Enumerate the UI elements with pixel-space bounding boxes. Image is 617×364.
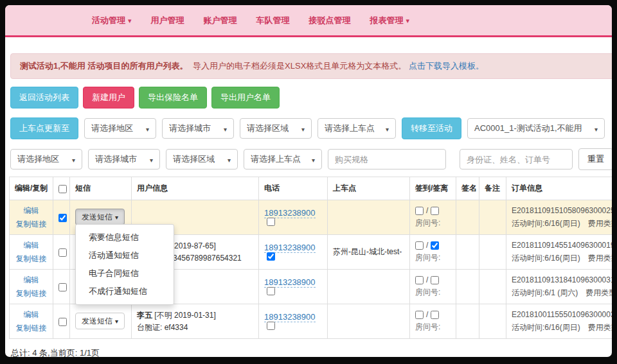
nav-fleet-management[interactable]: 车队管理 xyxy=(247,15,300,26)
menu-item-activity-notice-sms[interactable]: 活动通知短信 xyxy=(76,247,174,264)
send-sms-button[interactable]: 发送短信 xyxy=(75,313,125,329)
reset-button[interactable]: 重置 xyxy=(578,148,612,170)
sign-out-checkbox[interactable] xyxy=(431,207,439,215)
phone-checkbox[interactable] xyxy=(267,218,275,226)
purchase-spec-input[interactable] xyxy=(328,149,446,169)
select-all-checkbox[interactable] xyxy=(58,185,67,193)
chevron-down-icon xyxy=(72,155,75,164)
chevron-down-icon xyxy=(224,124,227,134)
sign-in-checkbox[interactable] xyxy=(415,207,424,215)
row-checkbox[interactable] xyxy=(58,248,67,257)
nav-user-management[interactable]: 用户管理 xyxy=(141,15,194,26)
phone-link[interactable]: 18913238900 xyxy=(264,312,316,322)
phone-link[interactable]: 18913238900 xyxy=(264,208,316,218)
action-button-row: 返回活动列表 新建用户 导出保险名单 导出用户名单 xyxy=(10,87,612,108)
row-checkbox[interactable] xyxy=(58,283,67,291)
export-user-list-button[interactable]: 导出用户名单 xyxy=(211,87,280,108)
menu-item-cancellation-notice-sms[interactable]: 不成行通知短信 xyxy=(76,282,174,300)
signature-cell xyxy=(456,235,479,270)
phone-checkbox[interactable] xyxy=(267,322,275,330)
header-sms: 短信 xyxy=(70,177,132,200)
menu-item-e-contract-sms[interactable]: 电子合同短信 xyxy=(76,264,174,282)
room-number-label: 房间号: xyxy=(415,322,451,333)
nav-account-management[interactable]: 账户管理 xyxy=(194,15,247,26)
phone-cell: 18913238900 xyxy=(259,235,328,270)
menu-item-request-info-sms[interactable]: 索要信息短信 xyxy=(76,229,174,247)
update-pickup-point-button[interactable]: 上车点更新至 xyxy=(10,117,78,139)
row-checkbox[interactable] xyxy=(58,318,67,326)
edit-link[interactable]: 编辑 xyxy=(15,273,48,286)
search-input[interactable] xyxy=(460,149,573,169)
region-select-1[interactable]: 请选择地区 xyxy=(84,118,156,139)
nav-activity-management[interactable]: 活动管理 xyxy=(82,15,141,26)
district-select-1-value: 请选择区域 xyxy=(247,123,289,134)
edit-link[interactable]: 编辑 xyxy=(15,204,48,217)
activity-select[interactable]: AC0001_1-测试活动1,不能用 xyxy=(467,118,605,139)
copy-link[interactable]: 复制链接 xyxy=(15,322,48,334)
order-number: E20181001155501096300003 xyxy=(512,309,612,322)
edit-link[interactable]: 编辑 xyxy=(15,308,48,321)
order-number: E20181109151058096300025 xyxy=(512,205,612,218)
download-template-link[interactable]: 点击下载导入模板。 xyxy=(409,61,484,71)
sign-in-checkbox[interactable] xyxy=(415,276,424,284)
pickup-select-2-value: 请选择上车点 xyxy=(251,153,301,165)
chevron-down-icon xyxy=(595,124,598,134)
sign-out-checkbox[interactable] xyxy=(431,241,439,250)
nav-report-management[interactable]: 报表管理 xyxy=(361,15,420,26)
phone-link[interactable]: 18913238900 xyxy=(264,277,316,288)
chevron-down-icon xyxy=(228,155,231,164)
transfer-to-activity-button[interactable]: 转移至活动 xyxy=(402,117,461,139)
pickup-cell xyxy=(328,200,410,235)
row-select-cell xyxy=(53,235,70,270)
room-number-label: 房间号: xyxy=(415,218,451,229)
new-user-button[interactable]: 新建用户 xyxy=(83,87,134,108)
header-phone: 电话 xyxy=(259,177,328,200)
district-select-2[interactable]: 请选择区域 xyxy=(166,149,238,169)
phone-checkbox[interactable] xyxy=(267,252,275,261)
nav-pickup-point-management[interactable]: 接驳点管理 xyxy=(300,15,361,26)
order-info-cell: E20181109151058096300025 活动时间:6/16(周日) 费… xyxy=(506,200,613,235)
signature-cell xyxy=(456,270,479,304)
sign-in-checkbox[interactable] xyxy=(415,311,424,319)
phone-cell: 18913238900 xyxy=(259,270,328,304)
header-user-info: 用户信息 xyxy=(132,177,259,200)
sign-separator: / xyxy=(426,241,428,250)
copy-link[interactable]: 复制链接 xyxy=(15,287,48,300)
back-to-activity-list-button[interactable]: 返回活动列表 xyxy=(10,87,78,108)
remark-cell xyxy=(479,200,506,235)
phone-cell: 18913238900 xyxy=(259,200,328,235)
export-insurance-list-button[interactable]: 导出保险名单 xyxy=(139,87,207,108)
phone-checkbox[interactable] xyxy=(267,287,275,295)
district-select-2-value: 请选择区域 xyxy=(173,153,215,165)
room-number-label: 房间号: xyxy=(415,252,451,263)
phone-link[interactable]: 18913238900 xyxy=(264,243,316,253)
alert-text: 导入用户的电子档必须是XLSX格式且单元格为文本格式。 xyxy=(193,61,406,71)
sign-in-checkbox[interactable] xyxy=(415,241,424,250)
city-select-2[interactable]: 请选择城市 xyxy=(88,149,160,169)
sign-separator: / xyxy=(426,275,428,284)
region-select-2[interactable]: 请选择地区 xyxy=(10,149,82,169)
phone-cell: 18913238900 xyxy=(259,304,328,339)
pickup-select-2[interactable]: 请选择上车点 xyxy=(244,149,322,169)
edit-copy-cell: 编辑 复制链接 xyxy=(10,304,53,339)
send-sms-label: 发送短信 xyxy=(82,212,112,221)
pickup-select-1[interactable]: 请选择上车点 xyxy=(317,118,396,139)
row-checkbox[interactable] xyxy=(58,214,67,222)
edit-copy-cell: 编辑 复制链接 xyxy=(10,235,53,270)
copy-link[interactable]: 复制链接 xyxy=(15,252,48,265)
header-sign: 签到/签离 xyxy=(410,177,456,200)
district-select-1[interactable]: 请选择区域 xyxy=(240,118,312,139)
edit-link[interactable]: 编辑 xyxy=(15,239,48,252)
sign-out-checkbox[interactable] xyxy=(431,311,439,319)
order-number: E20181109131841096300031 xyxy=(512,274,612,287)
order-info-cell: E20181001155501096300003 活动时间:6/16(周日) 费… xyxy=(506,304,613,339)
copy-link[interactable]: 复制链接 xyxy=(15,218,48,230)
city-select-1[interactable]: 请选择城市 xyxy=(162,118,234,139)
pickup-select-1-value: 请选择上车点 xyxy=(325,123,375,134)
table-row: 编辑 复制链接 发送短信 李五 [不明 2019-01-31] 台胞证: ef4… xyxy=(10,304,613,339)
search-filter-row: 请选择地区 请选择城市 请选择区域 请选择上车点 重置 过滤 xyxy=(10,148,612,170)
sign-out-checkbox[interactable] xyxy=(431,276,439,284)
send-sms-button[interactable]: 发送短信 xyxy=(75,209,125,225)
remark-cell xyxy=(479,235,506,270)
header-edit-copy: 编辑/复制 xyxy=(10,177,53,200)
